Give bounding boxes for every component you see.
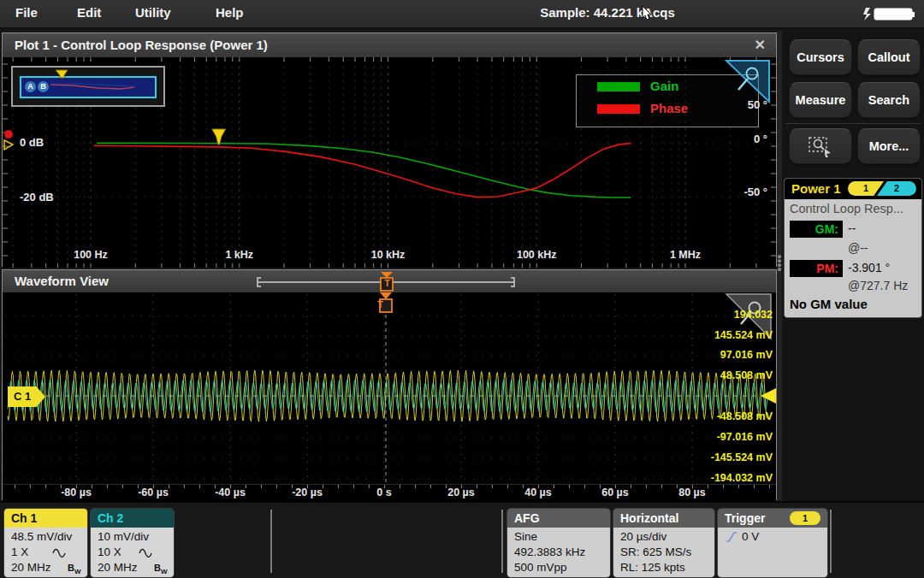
axis-tick <box>708 485 708 488</box>
gm-row: GM: -- <box>785 221 921 239</box>
axis-tick <box>554 485 554 488</box>
cursors-button[interactable]: Cursors <box>789 39 852 75</box>
menu-edit[interactable]: Edit <box>77 5 101 20</box>
gain-axis-label-0db: 0 dB <box>20 136 44 149</box>
freq-axis-label: 100 Hz <box>65 249 116 261</box>
ch2-volts-div: 10 mV/div <box>98 529 174 545</box>
plot1-header[interactable]: Plot 1 - Control Loop Response (Power 1)… <box>3 33 776 58</box>
axis-tick <box>738 485 739 488</box>
axis-tick <box>92 485 92 488</box>
plot1-legend: Gain Phase <box>576 74 759 127</box>
plot1-body[interactable]: AB Gain Phase <box>3 57 776 268</box>
axis-tick <box>107 485 108 488</box>
axis-tick <box>184 485 185 488</box>
phase-legend-label: Phase <box>650 101 688 115</box>
horizontal-scale: 20 µs/div <box>620 529 714 545</box>
afg-badge[interactable]: AFG Sine 492.3883 kHz 500 mVpp <box>506 508 611 578</box>
menu-help[interactable]: Help <box>216 5 244 20</box>
graticule-trigger-t[interactable]: T <box>376 299 384 310</box>
axis-tick <box>15 485 15 488</box>
pm-value: -3.901 ° <box>848 261 890 274</box>
ch2-bandwidth: 20 MHz BW <box>98 560 174 575</box>
phase-axis-label-0: 0 ° <box>754 133 767 145</box>
menu-file[interactable]: File <box>15 5 38 20</box>
search-button[interactable]: Search <box>857 82 921 118</box>
settings-bar: Ch 1 48.5 mV/div 1 X 20 MHz BW Ch 2 10 m <box>0 501 924 578</box>
horizontal-badge-header[interactable]: Horizontal <box>613 509 714 528</box>
axis-tick <box>76 485 77 488</box>
afg-badge-header[interactable]: AFG <box>507 509 610 528</box>
sidebar: Cursors Callout Measure Search More... P… <box>782 31 924 501</box>
ch1-bandwidth: 20 MHz BW <box>11 560 87 575</box>
trigger-badge[interactable]: Trigger 1 0 V <box>717 508 828 578</box>
menu-utility[interactable]: Utility <box>135 5 171 20</box>
pm-row: PM: -3.901 ° <box>785 260 921 279</box>
gain-axis-label-m20db: -20 dB <box>20 191 54 203</box>
power1-source2-badge[interactable]: 2 <box>877 181 916 196</box>
voltage-axis-label: -194.032 mV <box>711 472 773 484</box>
gm-label: GM: <box>790 221 843 238</box>
waveform-body[interactable]: T C 1 194.032145.524 mV97.016 mV48.508 m… <box>3 292 776 484</box>
axis-tick <box>199 485 200 488</box>
close-icon[interactable]: ✕ <box>755 37 766 53</box>
bandwidth-limit-icon: BW <box>68 560 81 578</box>
power1-card-header[interactable]: Power 1 1 2 <box>785 179 921 199</box>
horizontal-record-length: RL: 125 kpts <box>620 560 714 575</box>
gain-legend-label: Gain <box>650 79 678 93</box>
trigger-source-pill[interactable]: 1 <box>790 511 820 525</box>
axis-tick <box>276 485 277 488</box>
channel1-badge-header[interactable]: Ch 1 <box>4 509 87 528</box>
axis-tick <box>400 485 400 488</box>
more-button[interactable]: More... <box>857 128 921 164</box>
gain-swatch <box>597 82 640 91</box>
time-axis-label: 0 s <box>358 487 410 498</box>
channel2-badge-header[interactable]: Ch 2 <box>91 509 174 528</box>
axis-tick <box>692 485 693 488</box>
battery-icon <box>862 6 915 21</box>
time-axis: -80 µs-60 µs-40 µs-20 µs0 s20 µs40 µs60 … <box>3 484 776 501</box>
axis-tick <box>45 485 46 488</box>
zoom-select-button[interactable] <box>789 128 852 164</box>
callout-button[interactable]: Callout <box>857 39 921 75</box>
axis-tick <box>631 485 631 488</box>
power1-subtitle: Control Loop Resp... <box>790 202 903 215</box>
axis-tick <box>292 485 293 488</box>
channel2-badge[interactable]: Ch 2 10 mV/div 10 X 20 MHz BW <box>90 508 175 578</box>
phase-axis-label-m50: -50 ° <box>743 186 767 198</box>
menu-bar: FileEditUtilityHelp Sample: 44.221 kAcqs <box>0 0 924 29</box>
horizontal-badge[interactable]: Horizontal 20 µs/div SR: 625 MS/s RL: 12… <box>613 508 715 578</box>
time-axis-label: 80 µs <box>666 487 718 498</box>
overview-miniature-curve <box>21 78 155 97</box>
axis-tick <box>261 485 262 488</box>
pm-at-value: @727.7 Hz <box>848 279 908 292</box>
power1-card[interactable]: Power 1 1 2 Control Loop Resp... GM: -- … <box>784 178 922 318</box>
rising-edge-icon <box>725 530 738 544</box>
axis-tick <box>569 485 570 488</box>
overview-window[interactable]: AB <box>20 76 157 98</box>
measure-button[interactable]: Measure <box>789 82 852 118</box>
overview-thumbnail[interactable]: AB <box>11 66 165 107</box>
power1-footer-note: No GM value <box>790 297 868 311</box>
time-axis-label: -40 µs <box>204 487 256 498</box>
axis-tick <box>415 485 416 488</box>
voltage-axis-label: 48.508 mV <box>720 369 773 381</box>
overview-marker-icon[interactable] <box>54 69 71 83</box>
trigger-level-arrow-icon[interactable] <box>757 387 776 404</box>
slider-trigger-t[interactable]: T <box>383 278 391 288</box>
voltage-axis-label: 194.032 <box>734 309 773 321</box>
level-marker-icon <box>4 140 13 150</box>
channel1-badge[interactable]: Ch 1 48.5 mV/div 1 X 20 MHz BW <box>3 508 88 578</box>
time-axis-label: -20 µs <box>281 487 333 498</box>
power1-source1-badge[interactable]: 1 <box>848 181 884 196</box>
phase-axis-label-50: 50 ° <box>748 98 767 111</box>
bandwidth-limit-icon: BW <box>154 560 168 578</box>
sine-coupling-icon <box>52 548 66 557</box>
axis-tick <box>677 485 678 488</box>
axis-tick <box>122 485 123 488</box>
time-axis-label: -60 µs <box>127 487 179 498</box>
trigger-badge-header[interactable]: Trigger 1 <box>718 509 827 528</box>
axis-tick <box>523 485 524 488</box>
sidebar-divider <box>785 123 921 124</box>
time-axis-label: 60 µs <box>589 487 641 498</box>
mouse-cursor-icon <box>642 6 654 21</box>
